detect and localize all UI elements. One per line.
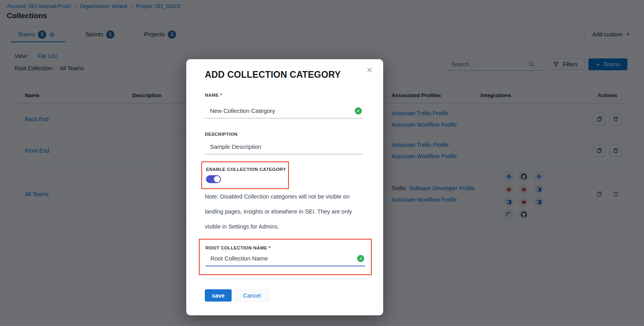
save-button[interactable]: save — [205, 289, 232, 302]
root-collection-name-label: ROOT COLLECTION NAME * — [206, 245, 371, 250]
description-input[interactable] — [205, 140, 347, 154]
modal-title: ADD COLLECTION CATEGORY — [205, 69, 341, 80]
name-field: ✓ — [205, 104, 363, 118]
enable-category-highlight-box: ENABLE COLLECTION CATEGORY — [201, 161, 289, 189]
valid-check-icon: ✓ — [355, 107, 362, 114]
enable-collection-category-label: ENABLE COLLECTION CATEGORY — [206, 167, 288, 172]
valid-check-icon: ✓ — [357, 255, 364, 262]
toggle-knob — [214, 176, 220, 182]
root-collection-name-input[interactable] — [206, 252, 348, 265]
enable-category-toggle[interactable] — [206, 175, 221, 183]
add-collection-category-modal: ADD COLLECTION CATEGORY × NAME * ✓ DESCR… — [186, 59, 383, 315]
close-button[interactable]: × — [367, 65, 373, 75]
collections-page: Account: SEI-Internal-Prod2 › Organizati… — [0, 0, 644, 326]
name-input[interactable] — [205, 104, 347, 118]
root-collection-name-field: ✓ — [206, 252, 365, 266]
name-label: NAME * — [205, 93, 222, 97]
cancel-button[interactable]: Cancel — [234, 289, 270, 302]
root-collection-highlight-box: ROOT COLLECTION NAME * ✓ — [199, 239, 372, 275]
modal-actions: save Cancel — [205, 289, 270, 302]
note-text: Note: Disabled Collection categories wil… — [205, 189, 363, 234]
description-label: DESCRIPTION — [205, 132, 238, 137]
description-field — [205, 140, 363, 154]
